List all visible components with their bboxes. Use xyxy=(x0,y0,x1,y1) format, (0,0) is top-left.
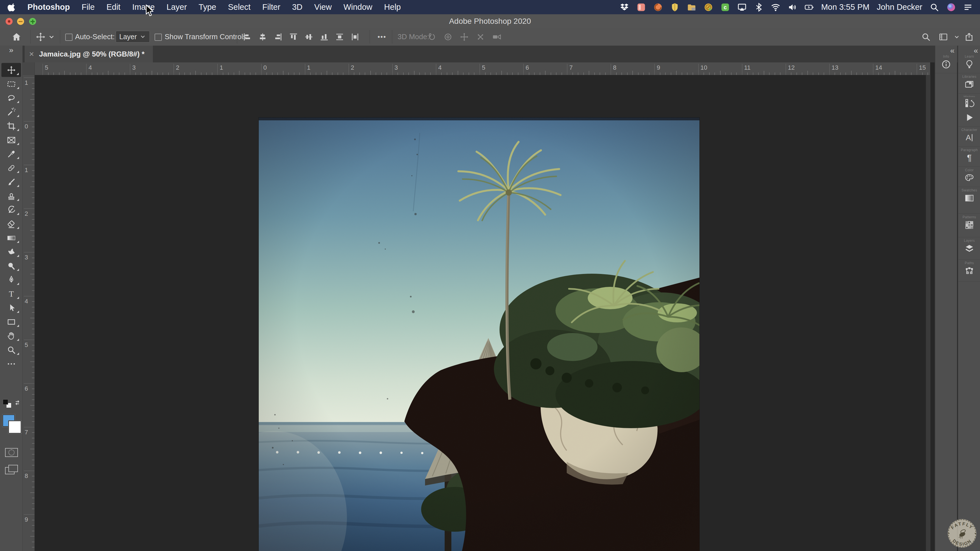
workspace-button[interactable] xyxy=(936,28,950,46)
menu-type[interactable]: Type xyxy=(199,3,216,12)
patterns-panel-button[interactable]: Patterns xyxy=(958,214,980,237)
distribute-h-button[interactable] xyxy=(348,28,361,46)
type-tool[interactable] xyxy=(0,287,22,301)
apple-menu-icon[interactable] xyxy=(7,2,17,13)
document-tab[interactable]: × Jamaica.jpg @ 50% (RGB/8#) * xyxy=(25,46,153,62)
menu-layer[interactable]: Layer xyxy=(167,3,187,12)
character-panel-button[interactable]: Character xyxy=(958,127,980,147)
frame-tool[interactable] xyxy=(0,133,22,147)
edit-toolbar[interactable] xyxy=(0,357,22,371)
layers-panel-button[interactable]: Layers xyxy=(958,237,980,260)
actions-panel-button[interactable] xyxy=(958,110,980,127)
eraser-tool[interactable] xyxy=(0,217,22,231)
info-panel-button[interactable]: Info xyxy=(935,53,957,73)
swap-colors-button[interactable] xyxy=(13,399,21,408)
toolbar-expand-button[interactable]: » xyxy=(0,46,23,62)
learn-panel-button[interactable]: Learn xyxy=(958,53,980,73)
spotlight-search-icon[interactable] xyxy=(930,3,939,12)
swatches-panel-button[interactable]: Swatches xyxy=(958,187,980,214)
fast-user-switching-label[interactable]: John Decker xyxy=(877,3,922,12)
share-button[interactable] xyxy=(962,28,976,46)
smudge-tool[interactable] xyxy=(0,245,22,259)
align-right-button[interactable] xyxy=(272,28,285,46)
quick-mask-button[interactable] xyxy=(5,448,18,457)
wifi-icon[interactable] xyxy=(771,3,780,12)
default-colors-button[interactable] xyxy=(3,399,12,408)
3d-orbit-button[interactable] xyxy=(425,28,439,46)
dodge-tool[interactable] xyxy=(0,259,22,273)
auto-select-target-dropdown[interactable]: Layer xyxy=(116,31,150,43)
menu-filter[interactable]: Filter xyxy=(262,3,280,12)
align-bottom-button[interactable] xyxy=(318,28,331,46)
pen-tool[interactable] xyxy=(0,273,22,287)
libraries-panel-button[interactable]: Libraries xyxy=(958,73,980,94)
quick-selection-tool[interactable] xyxy=(0,105,22,119)
distribute-v-button[interactable] xyxy=(333,28,346,46)
airplay-icon[interactable] xyxy=(737,3,747,12)
background-color-swatch[interactable] xyxy=(8,421,21,433)
screen-mode-button[interactable] xyxy=(5,465,18,474)
clone-stamp-tool[interactable] xyxy=(0,189,22,203)
paths-panel-button[interactable]: Paths xyxy=(958,260,980,281)
more-options-button[interactable]: ••• xyxy=(374,28,390,46)
3d-slide-button[interactable] xyxy=(474,28,487,46)
swirl-icon[interactable] xyxy=(653,3,663,12)
3d-roll-button[interactable] xyxy=(441,28,455,46)
tool-preset-chevron-icon[interactable] xyxy=(47,28,56,46)
app-green-icon[interactable] xyxy=(721,3,730,12)
home-button[interactable] xyxy=(10,28,23,46)
history-panel-button[interactable]: History xyxy=(958,94,980,110)
crop-tool[interactable] xyxy=(0,119,22,133)
3d-camera-button[interactable] xyxy=(490,28,503,46)
menu-bar-clock[interactable]: Mon 3:55 PM xyxy=(821,3,869,12)
gradient-tool[interactable] xyxy=(0,231,22,245)
menu-photoshop[interactable]: Photoshop xyxy=(27,3,70,12)
battery-icon[interactable] xyxy=(805,3,814,12)
align-v-center-button[interactable] xyxy=(302,28,315,46)
path-selection-tool[interactable] xyxy=(0,301,22,315)
search-button[interactable] xyxy=(919,28,933,46)
menu-select[interactable]: Select xyxy=(228,3,251,12)
folder-icon[interactable] xyxy=(687,3,696,12)
volume-icon[interactable] xyxy=(788,3,797,12)
vertical-ruler[interactable]: 10123456789 xyxy=(22,75,35,551)
menu-view[interactable]: View xyxy=(314,3,331,12)
spotlight-list-icon[interactable] xyxy=(963,3,973,12)
horizontal-ruler[interactable]: 543210123456789101112131415 xyxy=(22,62,930,75)
chevron-down-button[interactable] xyxy=(953,28,961,46)
history-brush-tool[interactable] xyxy=(0,203,22,217)
align-left-button[interactable] xyxy=(241,28,254,46)
show-transform-checkbox[interactable] xyxy=(154,33,162,41)
rectangle-tool[interactable] xyxy=(0,315,22,329)
lasso-tool[interactable] xyxy=(0,91,22,105)
healing-brush-tool[interactable] xyxy=(0,161,22,175)
3d-pan-button[interactable] xyxy=(458,28,471,46)
align-top-button[interactable] xyxy=(287,28,300,46)
menu-edit[interactable]: Edit xyxy=(107,3,120,12)
shield-icon[interactable] xyxy=(670,3,679,12)
hand-tool[interactable] xyxy=(0,329,22,343)
canvas-scrollbar[interactable] xyxy=(926,75,931,551)
menu-file[interactable]: File xyxy=(81,3,95,12)
canvas-photo[interactable] xyxy=(259,118,700,551)
align-h-center-button[interactable] xyxy=(256,28,269,46)
menu-window[interactable]: Window xyxy=(344,3,372,12)
tab-close-icon[interactable]: × xyxy=(29,50,34,58)
brush-tool[interactable] xyxy=(0,175,22,189)
app-red-icon[interactable] xyxy=(636,3,646,12)
bluetooth-icon[interactable] xyxy=(754,3,764,12)
dropbox-icon[interactable] xyxy=(620,3,629,12)
paragraph-panel-button[interactable]: Paragraph xyxy=(958,147,980,167)
coin-icon[interactable] xyxy=(704,3,713,12)
canvas-pasteboard[interactable] xyxy=(35,75,930,551)
menu-help[interactable]: Help xyxy=(384,3,401,12)
move-tool[interactable] xyxy=(2,63,21,77)
menu-3d[interactable]: 3D xyxy=(292,3,302,12)
current-tool-icon[interactable] xyxy=(34,28,47,46)
eyedropper-tool[interactable] xyxy=(0,147,22,161)
color-panel-button[interactable]: Color xyxy=(958,167,980,187)
spotlight-siri-icon[interactable] xyxy=(947,3,956,12)
auto-select-checkbox[interactable] xyxy=(65,33,73,41)
marquee-tool[interactable] xyxy=(0,77,22,91)
zoom-tool[interactable] xyxy=(0,343,22,357)
